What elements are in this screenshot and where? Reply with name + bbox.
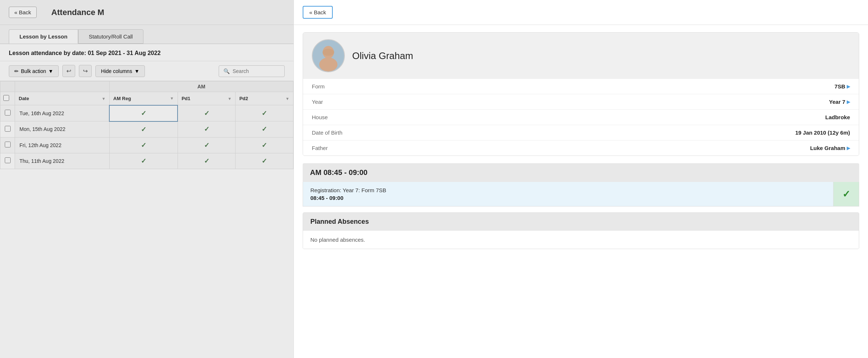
am-session-row: Registration: Year 7: Form 7SB 08:45 - 0… — [303, 182, 859, 207]
am-session-check: ✓ — [833, 182, 859, 206]
am-reg-check-0: ✓ — [141, 110, 146, 117]
pd2-sort-icon[interactable]: ▼ — [285, 96, 289, 101]
row-checkbox-cell-1 — [0, 121, 15, 138]
am-reg-col-label: AM Reg — [113, 96, 131, 101]
detail-label-dob: Date of Birth — [312, 129, 795, 136]
avatar — [312, 39, 345, 72]
table-row: Thu, 11th Aug 2022 ✓ ✓ ✓ — [0, 153, 293, 169]
pd1-check-1: ✓ — [204, 125, 209, 133]
header-am-reg-col: AM Reg ▼ — [109, 92, 178, 105]
detail-value-house: Ladbroke — [825, 114, 850, 120]
planned-absences-body: No planned absences. — [303, 231, 859, 249]
redo-button[interactable]: ↪ — [79, 65, 92, 77]
row-am-reg-cell-3[interactable]: ✓ — [109, 153, 178, 169]
table-row: Mon, 15th Aug 2022 ✓ ✓ ✓ — [0, 121, 293, 138]
year-chevron-icon: ▶ — [847, 99, 850, 105]
pd1-sort-icon[interactable]: ▼ — [228, 96, 232, 101]
row-pd2-cell-2[interactable]: ✓ — [236, 137, 293, 153]
back-button-left[interactable]: « Back — [9, 7, 37, 18]
hide-columns-button[interactable]: Hide columns ▼ — [95, 65, 145, 77]
row-am-reg-cell-2[interactable]: ✓ — [109, 137, 178, 153]
detail-row-house: House Ladbroke — [303, 110, 859, 125]
student-card: Olivia Graham Form 7SB ▶ Year Year 7 ▶ H… — [303, 32, 859, 156]
house-value-text: Ladbroke — [825, 114, 850, 120]
row-am-reg-cell-1[interactable]: ✓ — [109, 121, 178, 138]
select-all-checkbox[interactable] — [3, 95, 9, 101]
table-row: Fri, 12th Aug 2022 ✓ ✓ ✓ — [0, 137, 293, 153]
row-date-cell-3: Thu, 11th Aug 2022 — [15, 153, 110, 169]
detail-label-year: Year — [312, 99, 829, 105]
back-button-right[interactable]: « Back — [303, 6, 333, 19]
detail-row-father: Father Luke Graham ▶ — [303, 140, 859, 156]
planned-absences-header: Planned Absences — [303, 213, 859, 231]
row-date-cell-1: Mon, 15th Aug 2022 — [15, 121, 110, 138]
row-checkbox-0[interactable] — [5, 110, 11, 116]
hide-columns-label: Hide columns — [101, 68, 132, 74]
am-session-time: 08:45 - 09:00 — [310, 195, 826, 201]
left-panel: « Back Attendance M Lesson by Lesson Sta… — [0, 0, 293, 358]
form-chevron-icon: ▶ — [847, 84, 850, 89]
table-row: Tue, 16th Aug 2022 ✓ ✓ ✓ — [0, 105, 293, 121]
header-pd2-col: Pd2 ▼ — [236, 92, 293, 105]
pd2-check-3: ✓ — [262, 157, 267, 165]
right-header: « Back — [294, 0, 868, 25]
row-pd2-cell-3[interactable]: ✓ — [236, 153, 293, 169]
row-checkbox-1[interactable] — [5, 126, 11, 132]
dob-value-text: 19 Jan 2010 (12y 6m) — [795, 129, 850, 136]
planned-absences-section: Planned Absences No planned absences. — [303, 212, 859, 249]
row-am-reg-cell-0[interactable]: ✓ — [109, 105, 178, 121]
father-value-text: Luke Graham — [810, 145, 845, 151]
detail-row-year: Year Year 7 ▶ — [303, 94, 859, 110]
date-sort-icon[interactable]: ▼ — [102, 96, 106, 101]
column-group-row: AM — [0, 81, 293, 92]
detail-label-house: House — [312, 114, 825, 120]
detail-row-dob: Date of Birth 19 Jan 2010 (12y 6m) — [303, 125, 859, 140]
detail-label-form: Form — [312, 83, 835, 90]
row-pd1-cell-2[interactable]: ✓ — [178, 137, 236, 153]
row-pd1-cell-0[interactable]: ✓ — [178, 105, 236, 121]
row-checkbox-cell-0 — [0, 105, 15, 121]
header-date-col: Date ▼ — [15, 92, 110, 105]
search-icon: 🔍 — [223, 68, 230, 74]
row-checkbox-2[interactable] — [5, 142, 11, 147]
row-date-cell-0: Tue, 16th Aug 2022 — [15, 105, 110, 121]
row-pd1-cell-1[interactable]: ✓ — [178, 121, 236, 138]
row-date-cell-2: Fri, 12th Aug 2022 — [15, 137, 110, 153]
student-name: Olivia Graham — [352, 50, 413, 62]
row-pd1-cell-3[interactable]: ✓ — [178, 153, 236, 169]
am-section: AM 08:45 - 09:00 Registration: Year 7: F… — [303, 163, 859, 207]
tab-lesson-by-lesson[interactable]: Lesson by Lesson — [9, 29, 78, 44]
row-pd2-cell-0[interactable]: ✓ — [236, 105, 293, 121]
detail-value-father[interactable]: Luke Graham ▶ — [810, 145, 850, 151]
am-reg-check-2: ✓ — [141, 142, 146, 149]
tab-statutory-roll-call[interactable]: Statutory/Roll Call — [78, 29, 143, 44]
am-section-header: AM 08:45 - 09:00 — [303, 163, 859, 182]
pd1-check-0: ✓ — [204, 110, 209, 117]
search-input[interactable] — [233, 68, 277, 74]
bulk-action-button[interactable]: ✏ Bulk action ▼ — [9, 65, 59, 77]
date-col-label: Date — [19, 96, 29, 101]
avatar-image — [313, 39, 344, 72]
row-date-2: Fri, 12th Aug 2022 — [19, 142, 61, 148]
form-value-text: 7SB — [835, 83, 845, 90]
student-card-header: Olivia Graham — [303, 33, 859, 79]
group-checkbox-col — [0, 81, 15, 92]
student-details: Form 7SB ▶ Year Year 7 ▶ House Ladbroke — [303, 79, 859, 156]
detail-value-year[interactable]: Year 7 ▶ — [829, 99, 850, 105]
header-checkbox-col — [0, 92, 15, 105]
row-checkbox-3[interactable] — [5, 157, 11, 163]
page-title: Attendance M — [51, 8, 104, 17]
date-range-bar: Lesson attendance by date: 01 Sep 2021 -… — [0, 44, 293, 61]
hide-columns-arrow-icon: ▼ — [134, 68, 139, 74]
search-box: 🔍 — [219, 65, 285, 77]
detail-row-form: Form 7SB ▶ — [303, 79, 859, 94]
am-reg-sort-icon[interactable]: ▼ — [170, 96, 174, 101]
detail-label-father: Father — [312, 145, 810, 151]
pd2-col-label: Pd2 — [239, 96, 248, 101]
toolbar-row: ✏ Bulk action ▼ ↩ ↪ Hide columns ▼ 🔍 — [0, 61, 293, 81]
detail-value-form[interactable]: 7SB ▶ — [835, 83, 850, 90]
row-checkbox-cell-3 — [0, 153, 15, 169]
row-pd2-cell-1[interactable]: ✓ — [236, 121, 293, 138]
detail-value-dob: 19 Jan 2010 (12y 6m) — [795, 129, 850, 136]
undo-button[interactable]: ↩ — [62, 65, 75, 77]
